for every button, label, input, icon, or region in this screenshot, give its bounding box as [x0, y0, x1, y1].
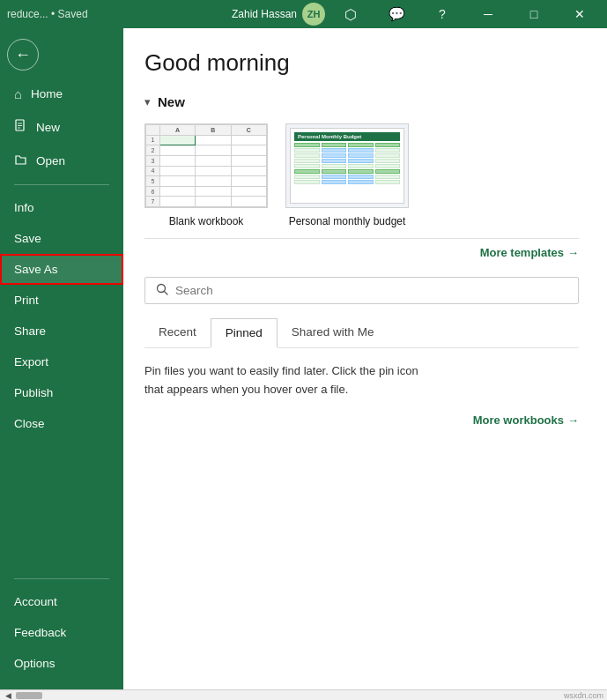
titlebar-left: reduce... • Saved: [7, 8, 88, 20]
sidebar-item-export[interactable]: Export: [0, 346, 123, 377]
svg-line-5: [165, 292, 168, 295]
avatar[interactable]: ZH: [302, 3, 325, 26]
sidebar-label-account: Account: [14, 595, 57, 608]
more-templates-link[interactable]: More templates →: [480, 246, 579, 259]
budget-title-bar: Personal Monthly Budget: [294, 132, 400, 141]
sidebar-label-open: Open: [36, 154, 65, 168]
arrow-right-icon: →: [567, 246, 579, 259]
sidebar-item-options[interactable]: Options: [0, 648, 123, 679]
sidebar-label-options: Options: [14, 657, 56, 670]
ribbon-button[interactable]: ⬡: [330, 0, 371, 28]
scroll-left-arrow[interactable]: ◀: [2, 690, 14, 701]
sidebar-top: ← ⌂ Home New: [0, 32, 123, 571]
horizontal-scrollbar: ◀ wsxdn.com: [0, 689, 607, 700]
main-layout: ← ⌂ Home New: [0, 28, 607, 689]
sidebar-label-new: New: [36, 121, 60, 134]
sidebar-item-feedback[interactable]: Feedback: [0, 617, 123, 648]
sidebar-item-new[interactable]: New: [0, 110, 123, 144]
new-section-header: ▾ New: [144, 94, 579, 109]
sidebar-item-print[interactable]: Print: [0, 285, 123, 316]
sidebar-label-save: Save: [14, 232, 41, 245]
sidebar-item-publish[interactable]: Publish: [0, 377, 123, 408]
chevron-down-icon[interactable]: ▾: [144, 95, 151, 108]
excel-grid: A B C 1 2: [145, 124, 267, 207]
arrow-right-icon-2: →: [567, 413, 579, 427]
blank-workbook-label: Blank workbook: [169, 215, 244, 227]
content-area: Good morning ▾ New A B C 1: [123, 28, 607, 689]
sidebar-item-share[interactable]: Share: [0, 316, 123, 346]
sidebar-label-share: Share: [14, 324, 46, 338]
sidebar-label-home: Home: [31, 87, 63, 101]
search-input[interactable]: [175, 284, 567, 297]
back-button[interactable]: ←: [7, 39, 39, 71]
sidebar-label-save-as: Save As: [14, 263, 58, 276]
sidebar: ← ⌂ Home New: [0, 28, 123, 689]
sidebar-item-close[interactable]: Close: [0, 408, 123, 439]
greeting: Good morning: [144, 49, 579, 77]
templates-grid: A B C 1 2: [144, 123, 579, 227]
blank-workbook-thumb: A B C 1 2: [144, 123, 268, 208]
template-budget[interactable]: Personal Monthly Budget: [285, 123, 409, 227]
sidebar-label-publish: Publish: [14, 386, 53, 399]
more-templates-row: More templates →: [144, 238, 579, 277]
corner-label: wsxdn.com: [564, 691, 603, 700]
new-icon: [14, 119, 27, 135]
more-workbooks-link[interactable]: More workbooks →: [473, 413, 579, 427]
open-icon: [14, 153, 27, 168]
search-bar[interactable]: [144, 277, 579, 304]
sidebar-item-home[interactable]: ⌂ Home: [0, 78, 123, 110]
comment-button[interactable]: 💬: [376, 0, 417, 28]
sidebar-divider-1: [14, 184, 109, 185]
sidebar-label-close: Close: [14, 417, 45, 430]
template-blank[interactable]: A B C 1 2: [144, 123, 268, 227]
tabs: Recent Pinned Shared with Me: [144, 318, 579, 348]
sidebar-divider-2: [14, 578, 109, 579]
budget-label: Personal monthly budget: [289, 215, 406, 227]
tab-pinned[interactable]: Pinned: [211, 318, 278, 348]
search-icon: [156, 283, 168, 298]
user-area[interactable]: Zahid Hassan ZH ⬡ 💬 ? ─ □ ✕: [232, 0, 600, 28]
sidebar-item-save-as[interactable]: Save As: [0, 254, 123, 285]
tab-shared[interactable]: Shared with Me: [278, 318, 389, 348]
sidebar-item-info[interactable]: Info: [0, 192, 123, 223]
user-name: Zahid Hassan: [232, 8, 297, 20]
pinned-message: Pin files you want to easily find later.…: [144, 362, 426, 399]
minimize-button[interactable]: ─: [468, 0, 508, 28]
sidebar-item-save[interactable]: Save: [0, 223, 123, 254]
sidebar-label-print: Print: [14, 294, 39, 307]
sidebar-label-feedback: Feedback: [14, 626, 66, 639]
sidebar-label-info: Info: [14, 201, 34, 214]
sidebar-label-export: Export: [14, 355, 48, 369]
budget-thumb: Personal Monthly Budget: [285, 123, 409, 208]
sidebar-item-open[interactable]: Open: [0, 144, 123, 177]
home-icon: ⌂: [14, 86, 22, 101]
new-section-title: New: [158, 94, 185, 109]
more-workbooks-row: More workbooks →: [144, 413, 579, 427]
scrollbar-thumb[interactable]: [16, 692, 42, 699]
help-button[interactable]: ?: [422, 0, 463, 28]
tab-recent[interactable]: Recent: [144, 318, 211, 348]
sidebar-item-account[interactable]: Account: [0, 586, 123, 617]
file-info: reduce... • Saved: [7, 8, 88, 20]
restore-button[interactable]: □: [514, 0, 554, 28]
svg-rect-0: [16, 120, 24, 130]
sidebar-bottom: Account Feedback Options: [0, 571, 123, 689]
close-button[interactable]: ✕: [559, 0, 600, 28]
budget-preview: Personal Monthly Budget: [290, 128, 404, 204]
titlebar: reduce... • Saved Zahid Hassan ZH ⬡ 💬 ? …: [0, 0, 607, 28]
